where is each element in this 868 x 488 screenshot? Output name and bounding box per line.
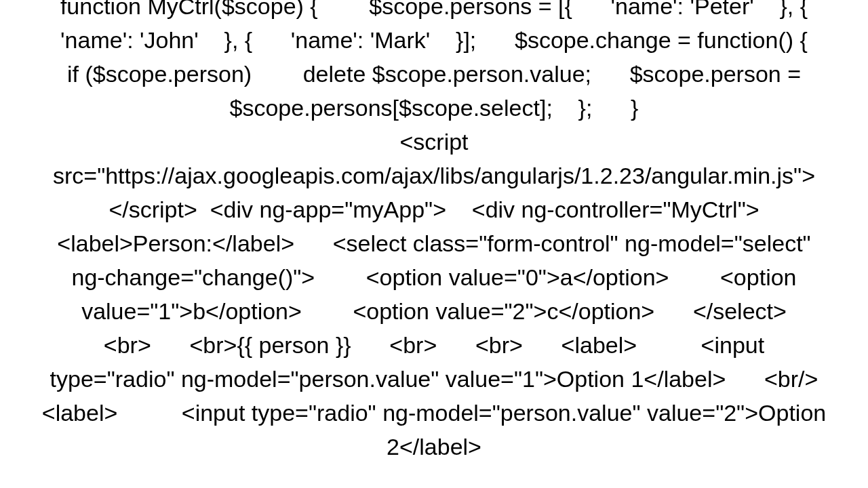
code-block: function MyCtrl($scope) { $scope.persons…	[0, 0, 868, 464]
